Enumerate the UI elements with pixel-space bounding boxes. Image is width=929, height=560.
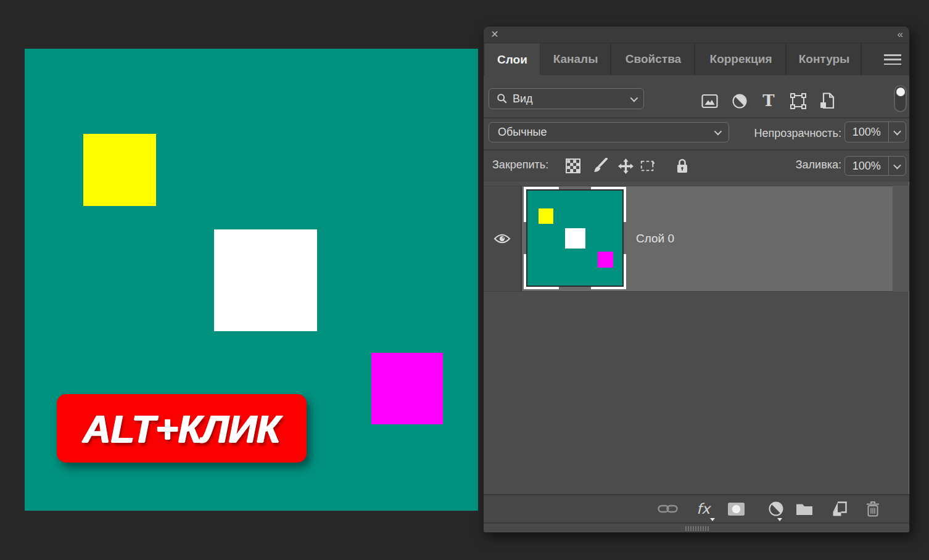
tab-paths[interactable]: Контуры <box>788 43 862 75</box>
fill-dropdown-button[interactable] <box>889 157 906 175</box>
layer-thumbnail[interactable] <box>524 187 626 289</box>
tab-properties-label: Свойства <box>626 52 681 66</box>
filter-shape-layers-icon[interactable] <box>790 93 806 109</box>
filter-adjustment-layers-icon[interactable] <box>731 93 748 109</box>
thumb-magenta-square <box>598 252 613 268</box>
thumb-frame-gap <box>559 187 591 189</box>
filter-toggle-knob <box>896 88 905 96</box>
blend-mode-select[interactable]: Обычные <box>489 122 729 142</box>
delete-layer-icon[interactable] <box>861 500 885 517</box>
fill-value: 100% <box>845 157 888 175</box>
panel-resize-bar[interactable] <box>484 522 909 532</box>
white-square <box>214 229 317 331</box>
panel-tabs: Слои Каналы Свойства Коррекция Контуры <box>484 43 909 75</box>
filter-kind-label: Вид <box>513 93 533 105</box>
opacity-value: 100% <box>845 122 888 142</box>
opacity-input[interactable]: 100% <box>844 121 906 142</box>
filter-smart-objects-icon[interactable] <box>819 93 835 109</box>
lock-image-pixels-icon[interactable] <box>592 158 608 174</box>
panel-toolbar: fx <box>484 494 909 522</box>
filter-type-layers-icon[interactable]: T <box>760 93 777 109</box>
layers-panel: ✕ « Слои Каналы Свойства Коррекция Конту… <box>483 26 910 533</box>
fill-input[interactable]: 100% <box>844 156 906 176</box>
document-canvas[interactable]: ALT+КЛИК <box>25 49 478 511</box>
yellow-square <box>83 134 156 206</box>
lock-artboard-nesting-icon[interactable] <box>640 158 656 174</box>
new-group-icon[interactable] <box>793 500 816 517</box>
layers-panel-body: ✕ « Слои Каналы Свойства Коррекция Конту… <box>484 27 909 532</box>
tab-properties[interactable]: Свойства <box>613 43 695 75</box>
add-layer-mask-icon[interactable] <box>724 500 748 517</box>
tab-channels-label: Каналы <box>553 52 598 66</box>
chevron-down-icon <box>893 127 901 135</box>
close-icon[interactable]: ✕ <box>490 30 500 39</box>
alt-click-banner: ALT+КЛИК <box>57 394 307 463</box>
lock-transparent-pixels-icon[interactable] <box>565 158 581 174</box>
layer-thumbnail-image <box>526 189 624 287</box>
banner-text: ALT+КЛИК <box>83 406 281 451</box>
fill-label: Заливка: <box>749 159 841 171</box>
tab-adjustments[interactable]: Коррекция <box>696 43 787 75</box>
layers-list: Слой 0 <box>484 182 909 494</box>
resize-grip-icon <box>685 526 709 531</box>
lock-position-icon[interactable] <box>617 158 634 174</box>
opacity-dropdown-button[interactable] <box>889 122 906 142</box>
lock-fill-row: Закрепить: <box>484 150 909 181</box>
panel-titlebar: ✕ « <box>484 27 909 43</box>
fx-caret-icon <box>710 518 715 521</box>
filter-kind-select[interactable]: Вид <box>489 88 644 109</box>
layer-filter-row: Вид T <box>484 75 909 117</box>
magenta-square <box>371 353 443 424</box>
tab-paths-label: Контуры <box>799 52 850 66</box>
eye-icon <box>493 233 511 244</box>
layer-row-gutter <box>893 186 909 292</box>
chevron-down-icon <box>630 94 638 102</box>
thumb-frame-gap <box>559 287 591 289</box>
opacity-label: Непрозрачность: <box>718 127 841 140</box>
blend-mode-value: Обычные <box>498 126 547 139</box>
layer-visibility-cell[interactable] <box>484 186 522 292</box>
new-adjustment-layer-icon[interactable] <box>764 500 788 517</box>
thumb-frame-gap <box>624 222 626 254</box>
filter-toggle[interactable] <box>894 85 907 112</box>
tab-layers-label: Слои <box>497 53 527 67</box>
thumb-yellow-square <box>539 208 553 224</box>
layer-effects-icon[interactable]: fx <box>692 500 715 517</box>
layer-name[interactable]: Слой 0 <box>636 186 674 292</box>
adjustment-caret-icon <box>777 518 782 521</box>
filter-pixel-layers-icon[interactable] <box>701 93 718 109</box>
panel-menu-icon[interactable] <box>884 54 901 65</box>
layer-row[interactable]: Слой 0 <box>484 186 909 292</box>
lock-all-icon[interactable] <box>674 158 690 174</box>
photoshop-workspace: ALT+КЛИК ✕ « Слои Каналы Свойства Коррек… <box>0 0 929 560</box>
tab-channels[interactable]: Каналы <box>541 43 611 75</box>
link-layers-icon[interactable] <box>656 500 679 517</box>
collapse-panel-icon[interactable]: « <box>898 28 904 41</box>
new-layer-icon[interactable] <box>828 500 851 517</box>
lock-label: Закрепить: <box>492 159 548 171</box>
blend-opacity-row: Обычные Непрозрачность: 100% <box>484 118 909 149</box>
tab-layers[interactable]: Слои <box>485 43 540 76</box>
tab-adjustments-label: Коррекция <box>710 52 772 66</box>
search-icon <box>497 93 508 104</box>
fx-label: fx <box>696 501 710 517</box>
chevron-down-icon <box>893 161 901 169</box>
thumb-frame-gap <box>524 222 526 254</box>
svg-text:T: T <box>762 93 775 109</box>
thumb-white-square <box>565 228 585 249</box>
